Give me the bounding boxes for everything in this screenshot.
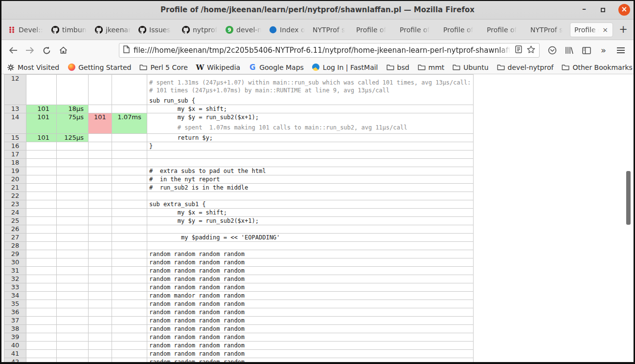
- time-on-line-cell: [57, 283, 89, 292]
- sidebar-icon[interactable]: [578, 43, 595, 58]
- time-on-line-cell: [57, 292, 89, 300]
- browser-tab[interactable]: jkeenan: [91, 20, 135, 40]
- statements-cell: [26, 225, 57, 234]
- library-icon[interactable]: [561, 43, 578, 58]
- other-bookmarks-folder[interactable]: Other Bookmarks: [562, 64, 632, 71]
- profiler-comment-line: # 101 times (247µs+1.07ms) by main::RUNT…: [149, 86, 473, 94]
- bookmark-item[interactable]: G Google Maps: [249, 64, 304, 71]
- table-row: 19 # extra subs to pad out the html: [4, 167, 474, 175]
- maximize-button[interactable]: [601, 8, 605, 12]
- browser-tab[interactable]: Profile o ×: [570, 22, 613, 37]
- calls-cell: [89, 192, 112, 200]
- bookmark-item[interactable]: Most Visited: [7, 64, 59, 71]
- home-button[interactable]: [55, 43, 71, 58]
- calls-cell: 101: [89, 113, 112, 134]
- bookmark-item[interactable]: Getting Started: [68, 64, 131, 71]
- tab-strip: Devel:: timbun jkeenan Issues nytprof 9d…: [0, 20, 635, 40]
- bookmark-star-icon[interactable]: [527, 45, 535, 55]
- time-on-line-cell: [57, 258, 89, 267]
- new-tab-button[interactable]: +: [616, 22, 631, 37]
- folder-icon: [386, 64, 394, 71]
- code-cell: random random random random: [147, 283, 474, 292]
- code-cell: random random random random: [147, 275, 474, 283]
- table-row: 12 # spent 1.31ms (247µs+1.07) within ma…: [4, 75, 474, 105]
- close-button[interactable]: ×: [618, 4, 630, 16]
- time-on-line-cell: [57, 333, 89, 342]
- code-cell: [147, 225, 474, 234]
- code-cell: random random random random: [147, 258, 474, 267]
- blue-dot-icon: [269, 26, 277, 34]
- bookmark-label: Google Maps: [259, 64, 304, 71]
- calls-cell: [89, 333, 112, 342]
- github-icon: [138, 26, 146, 34]
- calls-cell: [89, 184, 112, 192]
- menu-hamburger-icon[interactable]: [612, 43, 629, 58]
- bookmark-label: devel-nytprof: [508, 64, 554, 71]
- time-in-subs-cell: [112, 308, 147, 317]
- svg-text:9: 9: [228, 27, 231, 32]
- browser-tab[interactable]: Profile of: [396, 20, 439, 40]
- calls-cell: [89, 275, 112, 283]
- source-code-line: # extra subs to pad out the html: [149, 167, 473, 175]
- time-in-subs-cell: [112, 283, 147, 292]
- back-button[interactable]: [5, 43, 22, 58]
- time-in-subs-cell: [112, 142, 147, 150]
- browser-tab[interactable]: NYTProf s: [309, 20, 352, 40]
- browser-tab[interactable]: timbun: [47, 20, 91, 40]
- bookmark-item[interactable]: Log In | FastMail: [312, 64, 378, 71]
- bookmark-item[interactable]: mmt: [418, 64, 445, 71]
- table-row: 32 random random random random: [4, 275, 474, 283]
- source-code-line: my $padding = << 'EOPADDING': [149, 234, 473, 241]
- statements-cell: [26, 217, 57, 225]
- reload-button[interactable]: [38, 43, 55, 58]
- bookmark-item[interactable]: devel-nytprof: [497, 64, 554, 71]
- calls-cell: [89, 175, 112, 184]
- statements-cell: [26, 142, 57, 150]
- url-bar[interactable]: file:///home/jkeenan/tmp/2c205b5406-NYTP…: [119, 43, 540, 58]
- time-on-line-cell: [57, 275, 89, 283]
- calls-cell: [89, 350, 112, 358]
- browser-tab[interactable]: nytprof: [178, 20, 222, 40]
- browser-tab[interactable]: 9devel-n: [222, 20, 265, 40]
- overflow-chevrons-icon[interactable]: »: [595, 43, 612, 58]
- calls-cell: [89, 159, 112, 167]
- window-title: Profile of /home/jkeenan/learn/perl/nytp…: [0, 5, 635, 14]
- time-on-line-cell: [57, 217, 89, 225]
- browser-tab[interactable]: Index o: [265, 20, 309, 40]
- time-on-line-cell: 18µs: [57, 105, 89, 113]
- browser-tab[interactable]: Profile of: [439, 20, 483, 40]
- table-row: 18: [4, 159, 474, 167]
- vertical-scrollbar-thumb[interactable]: [626, 171, 631, 225]
- page-content: 12 # spent 1.31ms (247µs+1.07) within ma…: [1, 74, 634, 362]
- statements-cell: [26, 308, 57, 317]
- bookmark-label: Perl 5 Core: [150, 64, 187, 71]
- source-code-line: random random random random: [149, 358, 473, 362]
- browser-tab[interactable]: Issues: [135, 20, 178, 40]
- statements-cell: [26, 250, 57, 258]
- google-icon: G: [249, 64, 256, 71]
- table-row: 23 sub extra_sub1 {: [4, 200, 474, 209]
- statements-cell: [26, 75, 57, 105]
- line-number: 15: [4, 134, 26, 142]
- bookmark-item[interactable]: Ubuntu: [453, 64, 488, 71]
- bookmark-item[interactable]: Perl 5 Core: [139, 64, 187, 71]
- browser-tab[interactable]: Profile of: [483, 20, 526, 40]
- time-on-line-cell: [57, 75, 89, 105]
- forward-button[interactable]: [22, 43, 38, 58]
- bookmark-item[interactable]: W Wikipedia: [196, 64, 240, 71]
- pocket-icon[interactable]: [544, 43, 561, 58]
- statements-cell: [26, 192, 57, 200]
- table-row: 27 my $padding = << 'EOPADDING': [4, 234, 474, 242]
- source-code-line: random random random random: [149, 275, 473, 283]
- bookmark-item[interactable]: bsd: [386, 64, 409, 71]
- folder-icon: [418, 64, 426, 71]
- statements-cell: [26, 159, 57, 167]
- browser-tab[interactable]: Profile of: [352, 20, 396, 40]
- table-row: 20 # in the nyt report: [4, 175, 474, 184]
- browser-tab[interactable]: Devel::: [4, 20, 47, 40]
- close-tab-icon[interactable]: ×: [602, 26, 609, 34]
- minimize-button[interactable]: –: [581, 6, 588, 13]
- browser-tab[interactable]: NYTProf s: [526, 20, 570, 40]
- reader-mode-icon[interactable]: [515, 45, 522, 55]
- url-text[interactable]: file:///home/jkeenan/tmp/2c205b5406-NYTP…: [134, 46, 510, 55]
